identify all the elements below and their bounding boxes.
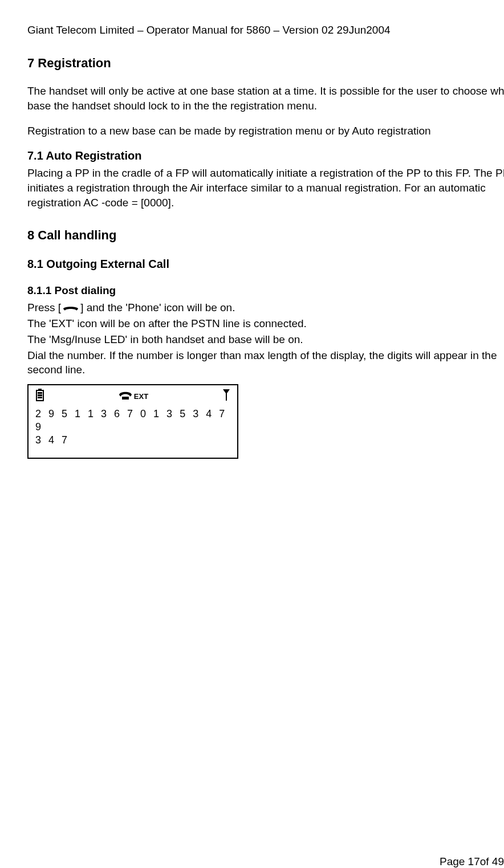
doc-header: Giant Telecom Limited – Operator Manual …: [27, 23, 504, 38]
press-text-b: ] and the 'Phone' icon will be on.: [80, 301, 235, 313]
display-line-1: 2 9 5 1 1 3 6 7 0 1 3 5 3 4 7 9: [33, 407, 233, 434]
phone-display: EXT 2 9 5 1 1 3 6 7 0 1 3 5 3 4 7 9 3 4 …: [27, 384, 238, 459]
section-7-1-p: Placing a PP in the cradle of a FP will …: [27, 166, 504, 210]
press-text-a: Press [: [27, 301, 61, 313]
ext-line: The 'EXT' icon will be on after the PSTN…: [27, 316, 504, 331]
battery-icon: [35, 389, 44, 405]
press-line: Press [] and the 'Phone' icon will be on…: [27, 300, 504, 316]
section-8-title: 8 Call handling: [27, 227, 504, 244]
section-7-p2: Registration to a new base can be made b…: [27, 124, 504, 138]
display-icon-row: EXT: [33, 389, 233, 405]
section-8-1-title: 8.1 Outgoing External Call: [27, 256, 504, 272]
section-7-1-title: 7.1 Auto Registration: [27, 148, 504, 164]
phone-ext-group: EXT: [119, 389, 148, 404]
dial-line: Dial the number. If the number is longer…: [27, 348, 504, 377]
phone-icon: [119, 389, 132, 404]
section-7-title: 7 Registration: [27, 55, 504, 72]
section-7-p1: The handset will only be active at one b…: [27, 84, 504, 113]
page-footer: Page 17of 49: [440, 854, 504, 868]
display-line-2: 3 4 7: [33, 434, 233, 447]
svg-rect-3: [38, 392, 42, 394]
svg-rect-4: [38, 394, 42, 396]
led-line: The 'Msg/Inuse LED' in both handset and …: [27, 332, 504, 347]
antenna-icon: [222, 389, 230, 405]
phone-key-icon: [62, 301, 79, 316]
ext-label: EXT: [134, 392, 148, 402]
svg-rect-5: [38, 397, 42, 398]
section-8-1-1-title: 8.1.1 Post dialing: [27, 283, 504, 298]
